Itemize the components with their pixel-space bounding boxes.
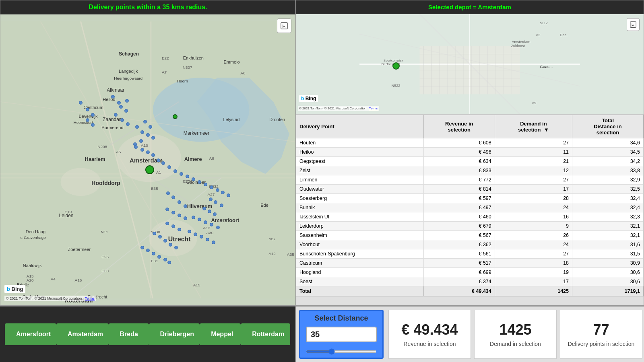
table-cell: 17	[495, 277, 572, 286]
map-dot	[194, 232, 197, 236]
table-row: Houten€ 6082734,6	[296, 138, 644, 148]
table-cell: Houten	[296, 138, 424, 148]
map-dot	[213, 212, 217, 216]
col-header-delivery-point: Delivery Point	[296, 115, 424, 138]
map-dot	[184, 216, 187, 220]
terms-link[interactable]: Terms	[85, 296, 95, 300]
mini-map[interactable]: A2 Daa... s112 Amsterdam Zuidoost Sportc…	[296, 14, 644, 115]
depot-btn-amersfoort[interactable]: Amersfoort	[5, 323, 56, 345]
table-cell: 31,5	[572, 249, 644, 259]
map-dot	[140, 130, 144, 134]
map-dot	[210, 185, 213, 189]
total-demand: 1425	[495, 286, 572, 296]
map-dot	[79, 101, 83, 105]
data-table-container[interactable]: Delivery Point Revenue inselection Deman…	[296, 115, 644, 305]
table-cell: 17	[495, 185, 572, 194]
map-dot	[120, 118, 124, 122]
table-cell: Bunnik	[296, 203, 424, 212]
table-row: Oegstgeest€ 6342134,2	[296, 157, 644, 166]
map-dot	[188, 230, 191, 233]
map-copyright: © 2021 TomTom, © 2021 Microsoft Corporat…	[4, 296, 96, 301]
table-cell: 32,9	[572, 175, 644, 185]
table-cell: 30,6	[572, 277, 644, 286]
depot-btn-amsterdam[interactable]: Amsterdam	[56, 323, 109, 345]
main-map[interactable]: A10 A6 N230 N11 A5 A1 A27 A30 E31 E35 E2…	[0, 14, 295, 305]
table-cell: Leiderdorp	[296, 222, 424, 231]
table-cell: Limmen	[296, 175, 424, 185]
depot-btn-driebergen[interactable]: Driebergen	[149, 323, 200, 345]
mini-map-cursor-btn[interactable]	[627, 18, 640, 31]
table-cell: Hoogland	[296, 268, 424, 277]
map-dot	[149, 125, 152, 129]
select-distance-box[interactable]: Select Distance 35	[299, 310, 384, 359]
distance-value-display: 35	[306, 327, 377, 342]
table-row: Soest€ 3741730,6	[296, 277, 644, 286]
table-cell: Oudewater	[296, 185, 424, 194]
map-dot	[111, 95, 115, 99]
svg-text:s112: s112	[540, 21, 547, 25]
map-dot	[117, 101, 121, 105]
slider-container[interactable]	[306, 347, 377, 354]
table-cell: Castricum	[296, 259, 424, 268]
delivery-points-stat-box: 77 Delivery points in selection	[560, 310, 642, 359]
table-row: Bunnik€ 4972432,4	[296, 203, 644, 212]
total-revenue: € 49.434	[423, 286, 495, 296]
depot-btn-breda[interactable]: Breda	[109, 323, 149, 345]
table-cell: € 597	[423, 194, 495, 203]
map-dot	[169, 243, 172, 247]
table-cell: 32,4	[572, 194, 644, 203]
stats-area: Select Distance 35 € 49.434 Revenue in s…	[296, 306, 644, 362]
map-dot	[216, 188, 219, 192]
map-dot	[198, 218, 201, 221]
map-dot	[206, 238, 209, 241]
map-cursor-btn[interactable]	[277, 19, 291, 33]
mini-terms-link[interactable]: Terms	[369, 107, 378, 110]
map-dot	[220, 204, 223, 207]
table-row: Sassenheim€ 5672632,1	[296, 231, 644, 240]
table-row: Castricum€ 5171830,9	[296, 259, 644, 268]
distance-slider[interactable]	[306, 350, 377, 353]
bing-logo: b Bing	[4, 285, 25, 293]
svg-text:Amsterdam: Amsterdam	[512, 40, 530, 44]
bing-b: b	[7, 286, 10, 292]
mini-depot-dot	[392, 62, 400, 70]
table-row: Oudewater€ 8141732,5	[296, 185, 644, 194]
map-dot	[227, 193, 230, 197]
map-dot	[146, 133, 150, 137]
svg-text:A9: A9	[532, 101, 536, 105]
map-dot	[171, 195, 175, 199]
map-dot	[146, 150, 150, 154]
map-dot	[173, 169, 177, 173]
map-dot	[165, 208, 169, 211]
map-dot	[178, 200, 181, 204]
map-dot	[140, 148, 144, 152]
table-cell: 27	[495, 138, 572, 148]
svg-text:Daa...: Daa...	[560, 33, 570, 37]
table-cell: € 814	[423, 185, 495, 194]
depot-btn-rotterdam[interactable]: Rotterdam	[241, 323, 290, 345]
svg-text:A2: A2	[536, 33, 540, 37]
map-dot	[91, 123, 95, 127]
map-dot	[126, 122, 130, 126]
table-cell: 32,1	[572, 231, 644, 240]
table-cell: Soest	[296, 277, 424, 286]
map-dot	[171, 211, 175, 214]
table-cell: 34,2	[572, 157, 644, 166]
map-dot	[202, 207, 206, 210]
map-dot	[204, 183, 207, 186]
table-cell: € 517	[423, 259, 495, 268]
table-cell: 31,6	[572, 240, 644, 249]
table-cell: 30,9	[572, 259, 644, 268]
map-dot	[157, 255, 161, 259]
map-dot	[210, 223, 213, 226]
map-dot	[158, 235, 162, 239]
depot-btn-meppel[interactable]: Meppel	[200, 323, 241, 345]
map-dot	[152, 252, 155, 255]
map-dot	[198, 180, 201, 184]
map-dot	[174, 246, 178, 249]
select-distance-label: Select Distance	[314, 314, 368, 323]
left-map-title: Delivery points within a 35 kms radius.	[0, 0, 295, 14]
col-header-revenue: Revenue inselection	[423, 115, 495, 138]
depot-dot	[145, 165, 154, 174]
map-dot	[167, 261, 171, 264]
